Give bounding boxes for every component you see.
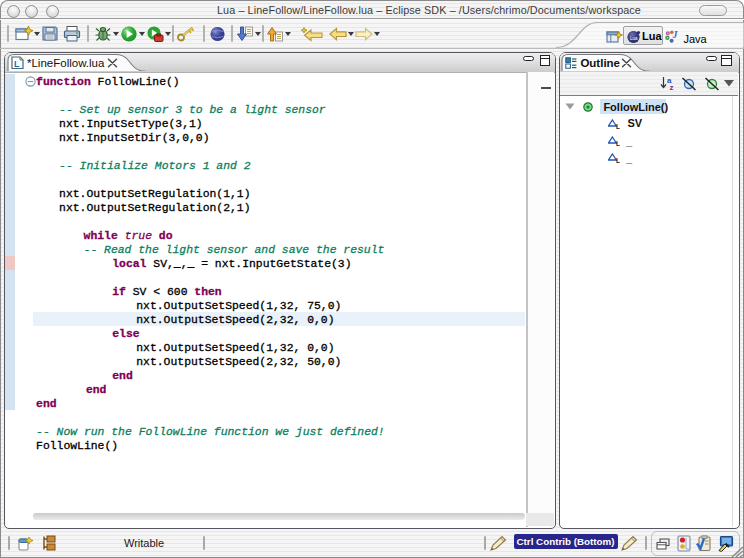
svg-text:L: L bbox=[616, 140, 620, 146]
svg-text:z: z bbox=[670, 83, 674, 91]
svg-text:L: L bbox=[14, 58, 20, 68]
svg-text:L: L bbox=[616, 157, 620, 163]
svg-text:J: J bbox=[672, 29, 679, 40]
svg-text:Lua: Lua bbox=[630, 35, 638, 40]
svg-text:L: L bbox=[616, 122, 620, 128]
